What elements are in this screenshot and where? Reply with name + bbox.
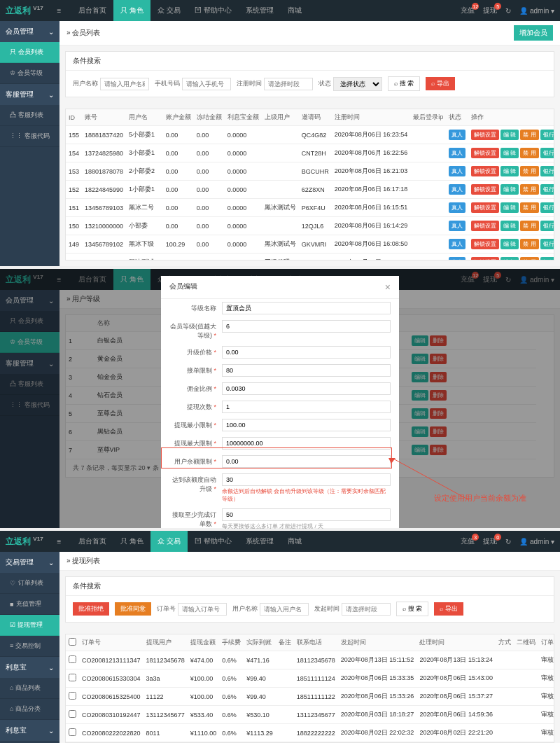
op-button[interactable]: 禁 用	[520, 202, 538, 213]
op-button[interactable]: 银行卡信息	[540, 239, 554, 249]
sidebar-item-orders[interactable]: ♡ 订单列表	[0, 573, 59, 594]
form-input[interactable]	[222, 437, 391, 450]
op-button[interactable]: 解锁设置	[471, 202, 499, 213]
op-button[interactable]: 禁 用	[520, 130, 538, 140]
filter-username-input[interactable]	[260, 603, 309, 616]
op-button[interactable]: 禁 用	[520, 166, 538, 176]
nav-help[interactable]: 凹 帮助中心	[188, 531, 239, 552]
sidebar-section-interest[interactable]: 利息宝⌄	[0, 657, 59, 678]
recharge-icon[interactable]: 充值3	[461, 536, 475, 546]
nav-trade[interactable]: 众 交易	[150, 531, 188, 552]
select-all-checkbox[interactable]	[69, 638, 76, 646]
sidebar-item-categories[interactable]: ⌂ 商品分类	[0, 699, 59, 720]
nav-trade[interactable]: 众 交易	[150, 0, 188, 21]
op-button[interactable]: 银行卡信息	[540, 202, 554, 213]
op-button[interactable]: 编 辑	[500, 202, 519, 213]
op-button[interactable]: 禁 用	[520, 257, 538, 261]
filter-username-input[interactable]	[100, 78, 149, 90]
op-button[interactable]: 解锁设置	[471, 184, 499, 195]
form-input[interactable]	[222, 455, 391, 468]
row-checkbox[interactable]	[69, 728, 76, 736]
form-input[interactable]	[222, 302, 391, 314]
op-button[interactable]: 解锁设置	[471, 239, 499, 249]
form-input[interactable]	[222, 382, 391, 395]
sidebar-item-recharge[interactable]: ■ 充值管理	[0, 594, 59, 615]
nav-help[interactable]: 凹 帮助中心	[188, 0, 239, 21]
bulk-reject-button[interactable]: 批准拒绝	[73, 602, 109, 616]
op-button[interactable]: 解锁设置	[471, 148, 499, 158]
nav-role[interactable]: 只 角色	[113, 0, 150, 21]
sidebar-item-trade-control[interactable]: ≡ 交易控制	[0, 636, 59, 657]
form-input[interactable]	[222, 508, 391, 521]
user-menu[interactable]: 👤 admin ▾	[519, 7, 554, 15]
form-input[interactable]	[222, 320, 391, 333]
menu-toggle-icon[interactable]: ≡	[57, 7, 62, 15]
op-button[interactable]: 禁 用	[520, 184, 538, 195]
export-button[interactable]: ⌕ 导出	[434, 602, 463, 616]
op-button[interactable]: 编 辑	[500, 148, 519, 158]
sidebar-item-member-list[interactable]: 只 会员列表	[0, 42, 59, 63]
form-input[interactable]	[222, 419, 391, 431]
nav-system[interactable]: 系统管理	[239, 0, 281, 21]
sidebar-item-member-level[interactable]: ♔ 会员等级	[0, 63, 59, 84]
nav-system[interactable]: 系统管理	[239, 531, 281, 552]
op-button[interactable]: 银行卡信息	[540, 130, 554, 140]
nav-home[interactable]: 后台首页	[71, 531, 113, 552]
op-button[interactable]: 编 辑	[500, 130, 519, 140]
recharge-icon[interactable]: 充值12	[461, 6, 475, 15]
op-button[interactable]: 解锁设置	[471, 221, 499, 231]
add-member-button[interactable]: 增加会员	[514, 25, 553, 41]
op-button[interactable]: 禁 用	[520, 239, 538, 249]
sidebar-section-member[interactable]: 会员管理⌄	[0, 21, 59, 42]
op-button[interactable]: 银行卡信息	[540, 148, 554, 158]
form-input[interactable]	[222, 364, 391, 377]
form-input[interactable]	[222, 473, 391, 486]
op-button[interactable]: 编 辑	[500, 239, 519, 249]
nav-home[interactable]: 后台首页	[71, 0, 113, 21]
op-button[interactable]: 银行卡信息	[540, 221, 554, 231]
op-button[interactable]: 银行卡信息	[540, 166, 554, 176]
refresh-icon[interactable]: ↻	[505, 538, 511, 546]
nav-mall[interactable]: 商城	[281, 531, 309, 552]
op-button[interactable]: 编 辑	[500, 221, 519, 231]
nav-mall[interactable]: 商城	[281, 0, 309, 21]
op-button[interactable]: 银行卡信息	[540, 184, 554, 195]
withdraw-icon[interactable]: 提现0	[483, 536, 497, 546]
row-checkbox[interactable]	[69, 674, 76, 681]
nav-role[interactable]: 只 角色	[113, 531, 150, 552]
user-menu[interactable]: 👤 admin ▾	[519, 538, 554, 546]
sidebar-section-trade[interactable]: 交易管理⌄	[0, 552, 59, 573]
refresh-icon[interactable]: ↻	[505, 7, 511, 15]
op-button[interactable]: 银行卡信息	[540, 257, 554, 261]
filter-time-input[interactable]	[342, 603, 391, 616]
search-button[interactable]: ⌕ 搜 索	[388, 76, 420, 91]
op-button[interactable]: 编 辑	[500, 257, 519, 261]
sidebar-item-service-code[interactable]: ⋮⋮ 客服代码	[0, 126, 59, 147]
sidebar-item-service-list[interactable]: 凸 客服列表	[0, 105, 59, 126]
bulk-approve-button[interactable]: 批准同意	[115, 602, 151, 616]
op-button[interactable]: 禁 用	[520, 221, 538, 231]
op-button[interactable]: 禁 用	[520, 148, 538, 158]
withdraw-icon[interactable]: 提现5	[483, 6, 497, 15]
sidebar-section-service[interactable]: 客服管理⌄	[0, 84, 59, 105]
close-icon[interactable]: ×	[385, 282, 391, 293]
row-checkbox[interactable]	[69, 692, 76, 700]
filter-orderno-input[interactable]	[178, 603, 227, 616]
search-button[interactable]: ⌕ 搜 索	[396, 602, 428, 616]
export-button[interactable]: ⌕ 导出	[426, 77, 455, 90]
menu-toggle-icon[interactable]: ≡	[57, 538, 62, 546]
sidebar-section-interest2[interactable]: 利息宝⌄	[0, 720, 59, 741]
op-button[interactable]: 解锁设置	[471, 166, 499, 176]
op-button[interactable]: 解锁设置	[471, 130, 499, 140]
sidebar-item-withdraw[interactable]: ☑ 提现管理	[0, 615, 59, 636]
form-input[interactable]	[222, 346, 391, 359]
filter-regtime-input[interactable]	[264, 78, 313, 90]
op-button[interactable]: 解锁设置	[471, 257, 499, 261]
row-checkbox[interactable]	[69, 710, 76, 718]
form-input[interactable]	[222, 401, 391, 413]
sidebar-item-products[interactable]: ⌂ 商品列表	[0, 678, 59, 699]
filter-status-select[interactable]: 选择状态	[333, 77, 382, 91]
op-button[interactable]: 编 辑	[500, 184, 519, 195]
filter-phone-input[interactable]	[182, 78, 231, 90]
op-button[interactable]: 编 辑	[500, 166, 519, 176]
